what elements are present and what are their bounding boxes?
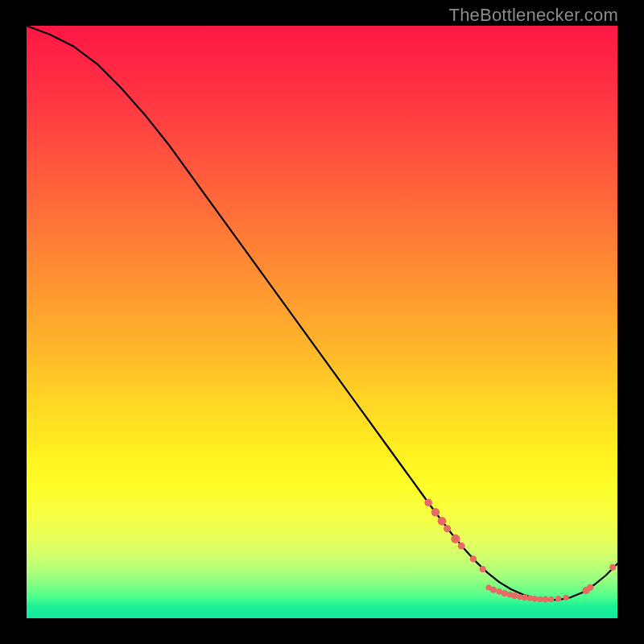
data-point: [542, 596, 548, 602]
data-points: [424, 499, 616, 603]
data-point: [424, 499, 432, 507]
data-point: [458, 543, 465, 550]
data-point: [609, 564, 616, 571]
data-point: [548, 597, 554, 602]
curve-svg: [27, 26, 617, 618]
watermark-text: TheBottlenecker.com: [449, 5, 618, 26]
data-point: [438, 517, 447, 526]
data-point: [451, 535, 460, 543]
data-point: [531, 596, 538, 602]
data-point: [490, 586, 497, 592]
data-point: [502, 590, 508, 597]
chart-frame: TheBottlenecker.com: [0, 0, 644, 644]
plot-area: [27, 26, 617, 618]
data-point: [555, 596, 561, 601]
data-point: [522, 594, 528, 601]
data-point: [431, 508, 440, 516]
data-point: [587, 584, 593, 591]
data-point: [444, 525, 451, 532]
data-point: [511, 592, 518, 599]
data-point: [564, 595, 569, 601]
bottleneck-curve: [27, 26, 617, 600]
data-point: [480, 566, 486, 572]
data-point: [537, 597, 543, 602]
data-point: [470, 555, 477, 562]
